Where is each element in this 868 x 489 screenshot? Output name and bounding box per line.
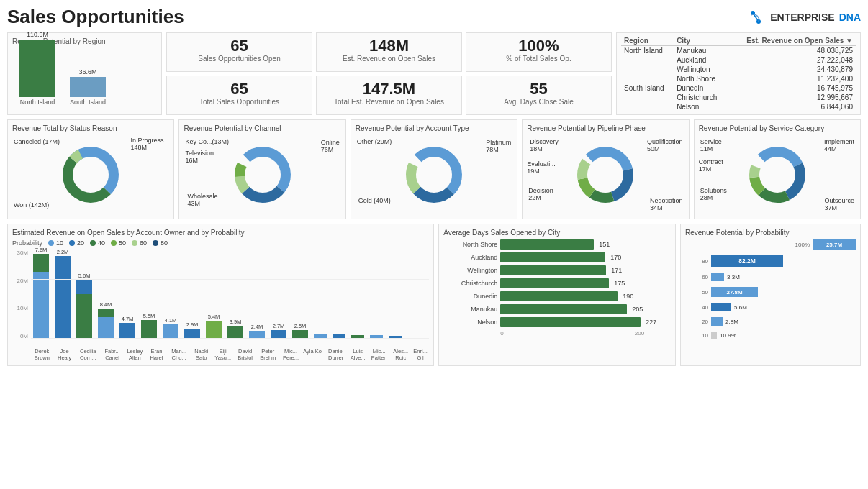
donut-label-platinum: Platinum78M [486, 139, 511, 153]
legend-item-20: 20 [69, 239, 84, 247]
donut-label-canceled: Canceled (17M) [14, 138, 60, 145]
hbar-val-dunedin: 190 [623, 293, 633, 300]
cell-revenue: 24,430,879 [727, 65, 856, 74]
bar-eiji: 5.4M [204, 314, 224, 339]
x-label-fabr: Fabr... Canel [101, 348, 123, 361]
y-label-10m: 10M [12, 305, 28, 311]
chart-status-reason: Revenue Total by Status Reason In Progre… [7, 119, 174, 219]
cell-city: Wellington [674, 65, 727, 74]
donut-account: Other (29M) Platinum78M Gold (40M) [356, 135, 512, 214]
header: Sales Opportunities ENTERPRISE DNA [7, 6, 861, 28]
logo: ENTERPRISE DNA [746, 7, 861, 27]
bar-seg-joe-1 [55, 256, 71, 339]
table-row: South Island Dunedin 16,745,975 [621, 83, 856, 93]
prob-val-60: 3.3M [727, 274, 740, 280]
chart-channel: Revenue Potential by Channel Key Co...(1… [178, 119, 345, 219]
south-island-bar [70, 77, 106, 97]
legend-item-10: 10 [48, 239, 63, 247]
hbar-bar-manukau [500, 304, 627, 314]
cell-region [621, 55, 674, 65]
legend-dot-80 [153, 240, 158, 246]
x-label-derek: Derek Brown [31, 348, 53, 361]
donut-label-online: Online76M [321, 139, 340, 153]
chart-service: Revenue Potential by Service Category Se… [694, 119, 861, 219]
donut-label-qualification: Qualification50M [647, 138, 683, 152]
hbar-bar-auckland [500, 252, 605, 262]
bar-joe: 2.2M [53, 249, 73, 339]
bar-val-eiji: 5.4M [208, 314, 220, 320]
x-label-peter: Peter Brehm [257, 348, 279, 361]
owner-chart-area: 30M 20M 10M 0M 7.6M [12, 250, 429, 361]
donut-label-negotiation: Negotiation34M [650, 197, 683, 211]
bar-daniel [312, 334, 329, 339]
bar-val-david: 3.9M [230, 319, 242, 325]
bar-ales-rect [370, 335, 383, 339]
bar-luis-rect [333, 334, 345, 339]
chart-prob: Revenue Potential by Probability 100% 25… [680, 224, 861, 366]
donut-svg-status [58, 142, 123, 207]
prob-chart-area: 100% 25.7M 80 82.2M [685, 239, 856, 339]
chart-title-status: Revenue Total by Status Reason [12, 124, 169, 132]
cell-region: North Island [621, 46, 674, 56]
prob-y-axis: 100% 25.7M 80 82.2M [687, 239, 856, 339]
bar-enri-rect [389, 336, 402, 339]
x-label-luis: Luis Alve... [348, 348, 367, 361]
bar-naoki: 2.9M [182, 321, 202, 339]
cell-city: North Shore [674, 74, 727, 83]
bar-val-peter: 2.4M [251, 324, 263, 330]
cell-revenue: 48,038,725 [727, 46, 856, 56]
legend-val-40: 40 [98, 239, 105, 247]
donut-label-evaluati: Evaluati...19M [527, 160, 556, 175]
cell-city: Dunedin [674, 83, 727, 93]
bar-lesley-rect [119, 323, 135, 339]
x-label-enri: Enri... Gil [412, 348, 429, 361]
bar-mic-pere: 2.7M [268, 323, 289, 339]
chart-pipeline: Revenue Potential by Pipeline Phase Disc… [522, 119, 689, 219]
x-label-mic-pere: Mic... Pere... [280, 348, 302, 361]
legend-val-10: 10 [56, 239, 63, 247]
region-bar-area: 110.9M North Island 36.6M South Island [12, 48, 157, 106]
prob-val-10: 10.9% [720, 332, 736, 339]
hbar-manukau: Manukau 205 [443, 304, 671, 314]
hbar-bar-north-shore [500, 239, 594, 250]
x-label-david: David Bristol [235, 348, 256, 361]
bar-ayla-rect [292, 330, 308, 339]
bar-val-cecilia: 5.6M [78, 273, 91, 279]
prob-val-50: 27.8M [726, 289, 742, 296]
cell-city: Nelson [674, 102, 727, 111]
donut-label-wholesale: Wholesale43M [187, 193, 217, 207]
donut-pipeline: Discovery18M Qualification50M Evaluati..… [527, 135, 684, 214]
prob-y-10: 10 [687, 332, 708, 339]
prob-val-100: 25.7M [826, 242, 842, 248]
prob-row-60: 60 3.3M [687, 273, 856, 281]
bar-david-rect [227, 326, 243, 339]
dashboard-page: Sales Opportunities ENTERPRISE DNA Reven… [0, 0, 868, 489]
bar-stack-cecilia [76, 280, 92, 339]
col-city: City [674, 36, 727, 46]
bar-luis [330, 334, 348, 339]
donut-label-discovery: Discovery18M [530, 138, 559, 152]
donut-svg-channel [230, 142, 295, 207]
hbar-label-dunedin: Dunedin [443, 293, 497, 300]
grid-line [31, 250, 429, 250]
logo-dna: DNA [839, 12, 861, 23]
kpi-total-est-revenue-value: 147.5M [320, 81, 458, 98]
kpi-avg-days-label: Avg. Days Close Sale [469, 98, 608, 106]
bar-naoki-rect [184, 329, 200, 339]
region-table: Region City Est. Revenue on Open Sales ▼… [616, 32, 861, 115]
x-label-ayla: Ayla Kol [303, 348, 323, 355]
legend-row: Probability 10 20 40 50 [12, 239, 429, 247]
hbar-bar-christchurch [500, 278, 609, 288]
hbar-chart: North Shore 151 Auckland 170 Wellington … [443, 239, 671, 337]
bar-north-island: 110.9M North Island [19, 31, 55, 106]
table-row: North Island Manukau 48,038,725 [621, 46, 856, 56]
bar-eran-rect [141, 320, 157, 339]
hbar-val-wellington: 171 [611, 267, 622, 274]
bar-ales [368, 335, 385, 339]
prob-val-80: 82.2M [738, 257, 756, 265]
col-region: Region [621, 36, 674, 46]
prob-bar-rect-60 [711, 273, 724, 281]
prob-y-20: 20 [687, 319, 708, 325]
donut-label-service: Service11M [700, 138, 722, 152]
bar-stack-fabr [98, 309, 114, 339]
